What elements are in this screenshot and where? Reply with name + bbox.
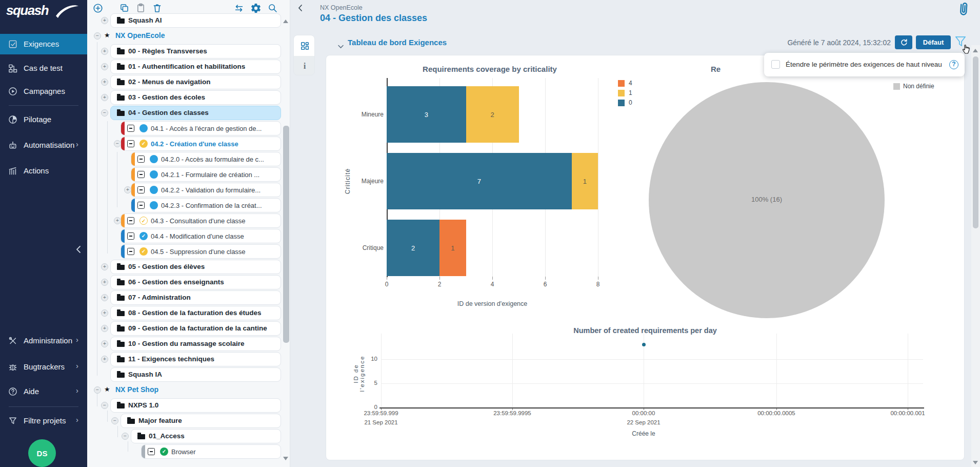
tree-folder-01-access[interactable]: 01_Access xyxy=(131,429,281,443)
scroll-down-arrow[interactable] xyxy=(973,461,978,464)
tree-expander-expand[interactable]: + xyxy=(101,17,108,24)
tree-expander-expand[interactable]: + xyxy=(101,94,108,101)
tree-expander-collapse[interactable]: − xyxy=(101,109,108,116)
tree-expander-collapse[interactable]: − xyxy=(114,140,121,147)
help-icon[interactable]: ? xyxy=(949,60,958,69)
tree-expander-collapse[interactable]: − xyxy=(94,32,101,40)
refresh-button[interactable] xyxy=(895,35,912,49)
section-collapse-chevron[interactable] xyxy=(338,42,344,51)
user-avatar[interactable]: DS xyxy=(28,439,56,467)
tree-folder-04-gestion-des-classes[interactable]: 04 - Gestion des classes xyxy=(110,106,281,120)
tree-folder-nxps-1-0[interactable]: NXPS 1.0 xyxy=(110,398,281,413)
tree-toolbar-delete-button[interactable] xyxy=(152,3,164,14)
help-icon xyxy=(8,386,18,397)
tree-toolbar-paste-button[interactable] xyxy=(135,3,147,14)
tree-expander-expand[interactable]: + xyxy=(101,79,108,86)
tree-folder-major-feature[interactable]: Major feature xyxy=(121,414,281,428)
boxed-minus-icon[interactable] xyxy=(127,217,134,224)
tree-folder-06-gestion-des-enseignants[interactable]: 06 - Gestion des enseignants xyxy=(110,275,281,289)
boxed-minus-icon[interactable] xyxy=(127,125,134,132)
tree-requirement-04-2-0-acc-s-au-formulaire-de-c[interactable]: 04.2.0 - Accès au formulaire de c... xyxy=(131,152,281,166)
boxed-minus-icon[interactable] xyxy=(137,155,145,163)
tree-requirement-04-2-1-formulaire-de-cr-ation[interactable]: 04.2.1 - Formulaire de création ... xyxy=(131,167,281,182)
sidebar-item-cas-de-test[interactable]: Cas de test xyxy=(0,58,87,79)
tree-folder-03-gestion-des-coles[interactable]: 03 - Gestion des écoles xyxy=(110,90,281,105)
sidebar-item-automatisation[interactable]: Automatisation› xyxy=(0,135,87,155)
tree-toolbar-copy-button[interactable] xyxy=(119,3,131,14)
chevron-right-icon: › xyxy=(76,386,78,395)
boxed-minus-icon[interactable] xyxy=(127,232,134,240)
tree-expander-expand[interactable]: + xyxy=(114,217,121,224)
boxed-minus-icon[interactable] xyxy=(127,248,134,255)
tree-folder-02-menus-de-navigation[interactable]: 02 - Menus de navigation xyxy=(110,75,281,89)
tree-expander-collapse[interactable]: − xyxy=(101,402,108,409)
bar-chart-tickmark xyxy=(439,277,440,280)
boxed-minus-icon[interactable] xyxy=(127,140,134,147)
scroll-up-arrow[interactable] xyxy=(973,49,978,52)
sidebar-item-aide[interactable]: Aide› xyxy=(0,381,87,402)
tree-project-nx-pet-shop[interactable]: NX Pet Shop xyxy=(115,385,158,394)
tree-expander-expand[interactable]: + xyxy=(101,63,108,70)
tree-expander-collapse[interactable]: − xyxy=(94,386,101,394)
tree-requirement-04-2-3-confirmation-de-la-cr-at[interactable]: 04.2.3 - Confirmation de la créat... xyxy=(131,198,281,212)
tree-toolbar-search-button[interactable] xyxy=(267,3,279,14)
tab-dashboard[interactable] xyxy=(294,35,315,56)
sidebar-item-pilotage[interactable]: Pilotage xyxy=(0,109,87,130)
tree-expander-collapse[interactable]: − xyxy=(111,417,118,424)
tree-expander-expand[interactable]: + xyxy=(101,48,108,55)
tree-requirement-04-2-2-validation-du-formulaire[interactable]: 04.2.2 - Validation du formulaire... xyxy=(131,183,281,197)
tree-expander-expand[interactable]: + xyxy=(101,294,108,301)
boxed-minus-icon[interactable] xyxy=(137,186,145,193)
tree-folder-07-administration[interactable]: 07 - Administration xyxy=(110,290,281,305)
tree-requirement-04-3-consultation-d-une-classe[interactable]: ✓04.3 - Consultation d'une classe xyxy=(121,213,281,228)
tree-requirement-04-5-suppression-d-une-classe[interactable]: ✓04.5 - Suppression d'une classe xyxy=(121,244,281,259)
tree-project-nx-openecole[interactable]: NX OpenEcole xyxy=(115,31,165,40)
bar-chart-xtick: 4 xyxy=(485,281,500,288)
tab-information[interactable]: i xyxy=(294,56,315,75)
tree-scroll-down-arrow[interactable] xyxy=(283,457,288,460)
tree-folder-08-gestion-de-la-facturation-des-tudes[interactable]: 08 - Gestion de la facturation des étude… xyxy=(110,306,281,320)
expand-scope-checkbox[interactable] xyxy=(771,60,780,69)
tree-folder-squash-ia[interactable]: Squash IA xyxy=(110,367,281,382)
tree-folder-11-exigences-techniques[interactable]: 11 - Exigences techniques xyxy=(110,352,281,366)
tree-scroll-up-arrow[interactable] xyxy=(283,20,288,23)
boxed-minus-icon[interactable] xyxy=(148,448,155,455)
sidebar-item-bugtrackers[interactable]: Bugtrackers› xyxy=(0,357,87,377)
attachments-button[interactable] xyxy=(956,2,971,19)
tree-expander-collapse[interactable]: − xyxy=(122,433,129,440)
sidebar-item-campagnes[interactable]: Campagnes xyxy=(0,81,87,102)
main-scrollbar-thumb[interactable] xyxy=(973,56,978,228)
tree-expander-expand[interactable]: + xyxy=(101,325,108,332)
tree-folder-09-gestion-de-la-facturation-de-la-cantine[interactable]: 09 - Gestion de la facturation de la can… xyxy=(110,321,281,336)
tree-folder-00-r-gles-transverses[interactable]: 00 - Règles Transverses xyxy=(110,44,281,59)
tree-expander-expand[interactable]: + xyxy=(124,186,131,193)
sidebar-item-administration[interactable]: Administration› xyxy=(0,330,87,351)
sidebar-item-filtre-projets[interactable]: Filtre projets› xyxy=(0,411,87,431)
tree-folder-01-authentification-et-habilitations[interactable]: 01 - Authentification et habilitations xyxy=(110,60,281,74)
tree-scrollbar-thumb[interactable] xyxy=(283,126,289,343)
tree-folder-squash-ai[interactable]: Squash AI xyxy=(110,13,281,28)
tree-expander-expand[interactable]: + xyxy=(101,263,108,270)
default-button[interactable]: Défaut xyxy=(916,35,951,49)
tree-toolbar-settings-button[interactable] xyxy=(250,3,262,14)
tree-item-label: 01_Access xyxy=(149,432,185,440)
sidebar-item-exigences[interactable]: Exigences xyxy=(0,34,87,54)
boxed-minus-icon[interactable] xyxy=(137,202,145,209)
boxed-minus-icon[interactable] xyxy=(137,171,145,178)
tree-expander-expand[interactable]: + xyxy=(101,356,108,363)
collapse-tree-button[interactable] xyxy=(297,4,306,14)
tree-requirement-browser[interactable]: ✓Browser xyxy=(141,444,281,459)
sidebar-item-label: Filtre projets xyxy=(24,416,66,425)
sidebar-collapse-button[interactable] xyxy=(75,245,82,256)
tree-folder-10-gestion-du-ramassage-scolaire[interactable]: 10 - Gestion du ramassage scolaire xyxy=(110,337,281,351)
tree-expander-expand[interactable]: + xyxy=(101,309,108,317)
sidebar-item-actions[interactable]: Actions xyxy=(0,161,87,181)
tree-expander-expand[interactable]: + xyxy=(101,279,108,286)
tree-folder-05-gestion-des-l-ves[interactable]: 05 - Gestion des élèves xyxy=(110,260,281,274)
tree-toolbar-transfer-button[interactable] xyxy=(233,3,245,14)
tree-toolbar-add-button[interactable] xyxy=(92,3,104,14)
tree-expander-expand[interactable]: + xyxy=(101,340,108,347)
tree-requirement-04-4-modification-d-une-classe[interactable]: ✓04.4 - Modification d'une classe xyxy=(121,229,281,243)
tree-requirement-04-2-cr-ation-d-une-classe[interactable]: ✓04.2 - Création d'une classe xyxy=(121,137,281,151)
tree-requirement-04-1-acc-s-l-cran-de-gestion-de[interactable]: 04.1 - Accès à l'écran de gestion de... xyxy=(121,121,281,135)
